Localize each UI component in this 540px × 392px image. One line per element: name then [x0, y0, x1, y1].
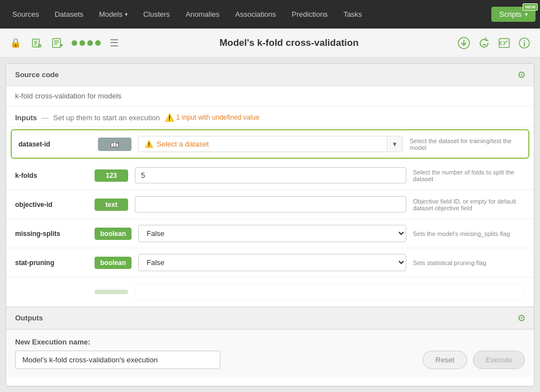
source-code-description: k-fold cross-validation for models [15, 92, 121, 100]
scripts-button[interactable]: Scripts ▾ NEW [491, 7, 536, 22]
dataset-dropdown-arrow[interactable]: ▾ [387, 136, 402, 152]
execution-icon[interactable] [50, 35, 66, 51]
dataset-placeholder: Select a dataset [157, 140, 209, 148]
page-title: Model's k-fold cross-validation [128, 37, 450, 49]
warning-icon-select: ⚠️ [144, 140, 153, 148]
source-code-collapse-icon[interactable]: ⊙ [518, 69, 525, 80]
nav-models[interactable]: Models ▾ [91, 0, 135, 29]
outputs-header: Outputs ⊙ [6, 306, 534, 329]
models-dropdown-icon: ▾ [125, 11, 128, 17]
type-badge-stat-pruning: boolean [95, 257, 132, 269]
k-folds-input[interactable] [135, 167, 406, 183]
nav-associations[interactable]: Associations [227, 0, 284, 29]
input-row-partial [6, 277, 534, 306]
input-desc-stat-pruning: Sets statistical pruning flag [413, 259, 525, 266]
lock-icon[interactable]: 🔒 [8, 35, 24, 51]
source-code-title: Source code [15, 70, 59, 79]
field-name-stat-pruning: stat-pruning [15, 259, 88, 267]
dot-3 [87, 40, 93, 46]
svg-text:+: + [39, 44, 41, 48]
scripts-dropdown-arrow: ▾ [525, 11, 528, 17]
type-badge-partial [95, 290, 128, 294]
field-name-dataset-id: dataset-id [18, 140, 91, 148]
input-control-missing-splits[interactable]: False True [138, 225, 406, 242]
execute-button[interactable]: Execute [473, 351, 525, 369]
type-badge-objective-id: text [95, 199, 128, 211]
scripts-label: Scripts [499, 10, 522, 18]
inputs-label: Inputs [15, 114, 37, 122]
toolbar: 🔒 + ☰ Model's k-fold cross-validation [0, 29, 540, 58]
field-name-objective-id: objective-id [15, 201, 88, 209]
outputs-collapse-icon[interactable]: ⊙ [518, 313, 525, 323]
svg-rect-18 [114, 143, 116, 147]
reset-button[interactable]: Reset [422, 351, 467, 369]
info-icon[interactable] [516, 35, 532, 51]
source-code-body: k-fold cross-validation for models [6, 86, 534, 106]
input-desc-missing-splits: Sets the model's missing_splits flag [413, 230, 525, 237]
type-badge-missing-splits: boolean [95, 228, 132, 240]
outputs-label: Outputs [15, 314, 43, 322]
execution-footer: Reset Execute [15, 351, 525, 369]
execution-name-input[interactable] [15, 351, 220, 369]
input-desc-dataset-id: Select the dataset for training/test the… [410, 138, 522, 151]
input-control-objective-id[interactable] [135, 196, 406, 212]
input-control-stat-pruning[interactable]: False True [138, 254, 406, 271]
svg-rect-6 [53, 39, 60, 48]
svg-rect-11 [499, 39, 509, 48]
navbar: Sources Datasets Models ▾ Clusters Anoma… [0, 0, 540, 29]
type-badge-k-folds: 123 [95, 169, 128, 182]
refresh-icon[interactable] [476, 35, 492, 51]
menu-icon[interactable]: ☰ [106, 35, 122, 51]
nav-clusters[interactable]: Clusters [135, 0, 178, 29]
inputs-separator: — [41, 114, 49, 122]
execution-section: New Execution name: Reset Execute [6, 329, 534, 377]
dataset-select[interactable]: ⚠️ Select a dataset ▾ [138, 136, 403, 152]
input-control-dataset-id[interactable]: ⚠️ Select a dataset ▾ [138, 136, 403, 152]
nav-tasks[interactable]: Tasks [336, 0, 370, 29]
script-edit-icon[interactable]: + [29, 35, 45, 51]
objective-id-input[interactable] [135, 196, 406, 212]
type-badge-dataset-id [98, 138, 132, 151]
stat-pruning-select[interactable]: False True [138, 254, 406, 271]
dot-4 [95, 40, 101, 46]
field-name-k-folds: k-folds [15, 172, 88, 180]
nav-anomalies[interactable]: Anomalies [178, 0, 228, 29]
partial-input[interactable] [135, 284, 525, 300]
input-row-dataset-id: dataset-id ⚠️ Select a dataset ▾ Select … [11, 129, 529, 159]
svg-rect-17 [111, 143, 113, 147]
status-dots [72, 40, 101, 46]
input-desc-k-folds: Select the number of folds to split the … [413, 169, 525, 182]
inputs-header: Inputs — Set up them to start an executi… [6, 106, 534, 127]
svg-rect-19 [116, 144, 118, 147]
main-panel: Source code ⊙ k-fold cross-validation fo… [6, 63, 534, 386]
code-icon[interactable] [496, 35, 512, 51]
new-badge: NEW [523, 3, 538, 11]
execution-label: New Execution name: [15, 338, 525, 346]
nav-datasets[interactable]: Datasets [47, 0, 91, 29]
input-control-partial[interactable] [135, 284, 525, 300]
toolbar-right-icons [456, 35, 532, 51]
input-row-missing-splits: missing-splits boolean False True Sets t… [6, 219, 534, 248]
input-control-k-folds[interactable] [135, 167, 406, 183]
dataset-select-main[interactable]: ⚠️ Select a dataset [139, 136, 387, 152]
dot-1 [72, 40, 77, 46]
missing-splits-select[interactable]: False True [138, 225, 406, 242]
download-icon[interactable] [456, 35, 472, 51]
input-row-stat-pruning: stat-pruning boolean False True Sets sta… [6, 248, 534, 277]
svg-point-14 [524, 40, 525, 41]
input-row-objective-id: objective-id text Objective field ID, or… [6, 190, 534, 219]
inputs-description: Set up them to start an execution [53, 114, 160, 122]
dot-2 [79, 40, 85, 46]
input-desc-objective-id: Objective field ID, or empty for default… [413, 198, 525, 211]
source-code-header: Source code ⊙ [6, 64, 534, 86]
nav-sources[interactable]: Sources [4, 0, 47, 29]
warning-triangle-icon: ⚠️ [165, 113, 174, 122]
warning-badge: ⚠️ 1 input with undefined value [165, 113, 260, 122]
nav-predictions[interactable]: Predictions [284, 0, 335, 29]
warning-text: 1 input with undefined value [176, 114, 260, 121]
input-row-k-folds: k-folds 123 Select the number of folds t… [6, 161, 534, 190]
field-name-missing-splits: missing-splits [15, 230, 88, 238]
